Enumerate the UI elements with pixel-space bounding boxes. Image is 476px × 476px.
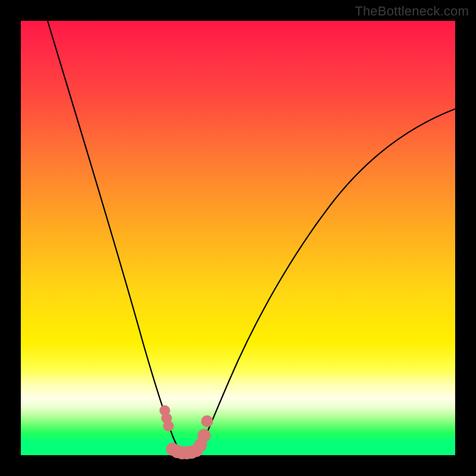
frame: TheBottleneck.com (0, 0, 476, 476)
plot-area (21, 21, 455, 455)
min-marker (201, 415, 213, 427)
min-marker (198, 429, 211, 442)
watermark: TheBottleneck.com (355, 4, 469, 19)
curve-right-branch (198, 109, 455, 452)
min-marker (163, 421, 174, 431)
min-marker-group (159, 405, 213, 459)
curve-layer (21, 21, 455, 455)
curve-left-branch (48, 21, 182, 453)
